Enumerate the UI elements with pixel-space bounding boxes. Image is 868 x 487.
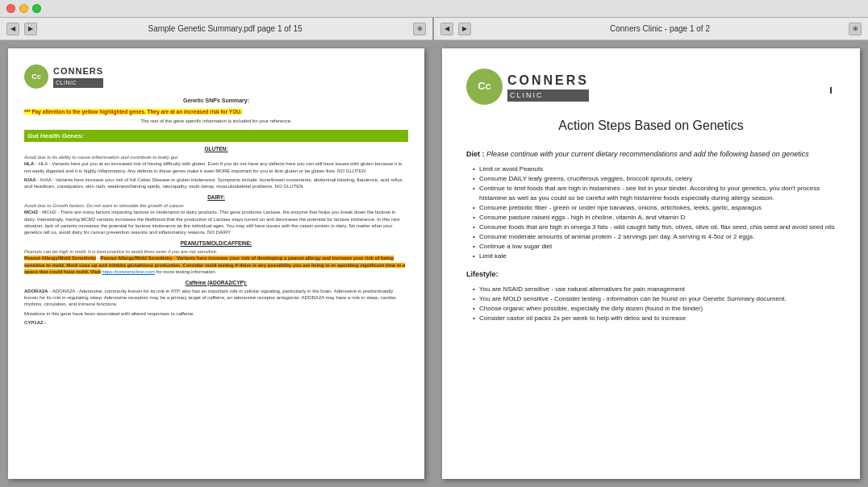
diet-bullet-2: Consume DAILY leafy greens, cruciferous … xyxy=(473,174,836,184)
summary-title: Genetic SNPs Summary: xyxy=(24,97,408,105)
minimize-button[interactable] xyxy=(19,4,28,13)
left-toolbar-title: Sample Genetic Summary.pdf page 1 of 15 xyxy=(42,24,408,33)
right-logo-clinic: CLINIC xyxy=(507,89,589,102)
app-title-bar xyxy=(0,0,868,18)
right-logo-area: Cc CONNERS CLINIC xyxy=(466,69,836,105)
main-content: ◀ ▶ Sample Genetic Summary.pdf page 1 of… xyxy=(0,18,868,487)
lifestyle-bullet-2: You are MOLD sensitive - Consider testin… xyxy=(473,294,836,304)
diet-bullet-7: Consume moderate amounts of animal prote… xyxy=(473,232,836,242)
lifestyle-bullet-1: You are NSAID sensitive - use natural al… xyxy=(473,285,836,294)
left-next-btn[interactable]: ▶ xyxy=(24,23,37,35)
gluten-header: GLUTEN: xyxy=(24,145,408,152)
right-logo-name: CONNERS xyxy=(507,72,589,89)
lifestyle-bullet-4: Consider castor oil packs 2x per week to… xyxy=(473,314,836,323)
dairy-header: DAIRY: xyxy=(24,194,408,201)
highlight-warning: *** Pay attention to the yellow highligh… xyxy=(24,108,408,115)
left-logo-name: CONNERS xyxy=(53,65,103,77)
gluten-italic: Avoid due to its ability to cause inflam… xyxy=(24,154,408,160)
maximize-button[interactable] xyxy=(32,4,41,13)
left-pdf-page: Cc CONNERS CLINIC Genetic SNPs Summary: … xyxy=(8,48,424,479)
reference-text: The rest of the gene specific informatio… xyxy=(24,118,408,124)
peanut-allergy-text: Peanut Allergy/Mold Sensitivity - Peanut… xyxy=(24,255,408,275)
left-pdf-toolbar: ◀ ▶ Sample Genetic Summary.pdf page 1 of… xyxy=(0,18,432,40)
diet-bullet-6: Consume foods that are high in omega 3 f… xyxy=(473,223,836,232)
dairy-italic: Avoid due to Growth factors. Do not want… xyxy=(24,202,408,209)
right-toolbar-title: Conners Clinic - page 1 of 2 xyxy=(476,24,844,33)
caffeine-header: Caffeine (ADORA2/CYP): xyxy=(24,279,408,286)
left-logo-circle: Cc xyxy=(24,65,48,89)
page-title: Action Steps Based on Genetics xyxy=(466,117,836,135)
hla-text: HLA - HLA - Variants here put you at an … xyxy=(24,160,408,174)
diet-label: Diet : Please continue with your current… xyxy=(466,149,836,160)
left-pdf-panel: ◀ ▶ Sample Genetic Summary.pdf page 1 of… xyxy=(0,18,434,487)
diet-bullet-list: Limit or avoid Peanuts Consume DAILY lea… xyxy=(466,164,836,261)
window-controls xyxy=(6,4,41,13)
right-pdf-panel: ◀ ▶ Conners Clinic - page 1 of 2 ⊕ Cc CO… xyxy=(434,18,868,487)
cyp1a2-text: CYP1A2 - xyxy=(24,319,408,326)
left-pdf-document[interactable]: Cc CONNERS CLINIC Genetic SNPs Summary: … xyxy=(0,40,432,487)
left-logo-initials: Cc xyxy=(31,72,41,82)
adora-mutations: Mutations in this gene have been associa… xyxy=(24,310,408,317)
gut-health-header: Gut Health Genes: xyxy=(24,130,408,142)
right-pdf-page: Cc CONNERS CLINIC Action Steps Based on … xyxy=(442,48,860,479)
left-prev-btn[interactable]: ◀ xyxy=(6,23,19,35)
left-logo-clinic: CLINIC xyxy=(53,78,103,88)
diet-intro: Please continue with your current dietar… xyxy=(486,150,809,158)
kiaa-text: KIAA - KIAA - Variants here increase you… xyxy=(24,177,408,190)
lifestyle-bullet-3: Choose organic when possible, especially… xyxy=(473,304,836,314)
right-prev-btn[interactable]: ◀ xyxy=(440,23,453,35)
right-pdf-document[interactable]: Cc CONNERS CLINIC Action Steps Based on … xyxy=(434,40,868,487)
left-zoom-btn[interactable]: ⊕ xyxy=(413,23,426,35)
peanuts-header: PEANUTS/MOLD/CAFFEINE: xyxy=(24,239,408,247)
right-logo-text: CONNERS CLINIC xyxy=(507,72,589,102)
peanuts-italic: Peanuts can be high in mold. It is best … xyxy=(24,248,408,255)
diet-bullet-1: Limit or avoid Peanuts xyxy=(473,164,836,174)
lifestyle-label: Lifestyle: xyxy=(466,269,836,280)
highlight-text: *** Pay attention to the yellow highligh… xyxy=(24,109,242,114)
mch2-text: MCH2 - MCH2 - There are many factors imp… xyxy=(24,209,408,236)
diet-bullet-4: Consume prebiotic fiber - green or under… xyxy=(473,203,836,213)
close-button[interactable] xyxy=(6,4,15,13)
right-logo-initials: Cc xyxy=(478,79,491,94)
lifestyle-bullet-list: You are NSAID sensitive - use natural al… xyxy=(466,285,836,323)
lifestyle-section: Lifestyle: You are NSAID sensitive - use… xyxy=(466,269,836,323)
right-logo-circle: Cc xyxy=(466,69,503,105)
diet-bullet-9: Limit kale xyxy=(473,252,836,261)
diet-bullet-3: Continue to limit foods that are high in… xyxy=(473,184,836,203)
left-logo-text: CONNERS CLINIC xyxy=(53,65,103,87)
diet-bullet-8: Continue a low sugar diet xyxy=(473,242,836,252)
left-logo-area: Cc CONNERS CLINIC xyxy=(24,65,408,89)
peanut-link[interactable]: https://connersclinic.com xyxy=(102,269,155,274)
right-next-btn[interactable]: ▶ xyxy=(458,23,471,35)
right-pdf-toolbar: ◀ ▶ Conners Clinic - page 1 of 2 ⊕ xyxy=(434,18,868,40)
cursor-marker xyxy=(830,87,832,94)
right-zoom-btn[interactable]: ⊕ xyxy=(849,23,862,35)
diet-bullet-5: Consume pasture raised eggs - high in ch… xyxy=(473,213,836,223)
adora-text: ADORA2A - ADORA2A - Adenosine, commonly … xyxy=(24,288,408,308)
